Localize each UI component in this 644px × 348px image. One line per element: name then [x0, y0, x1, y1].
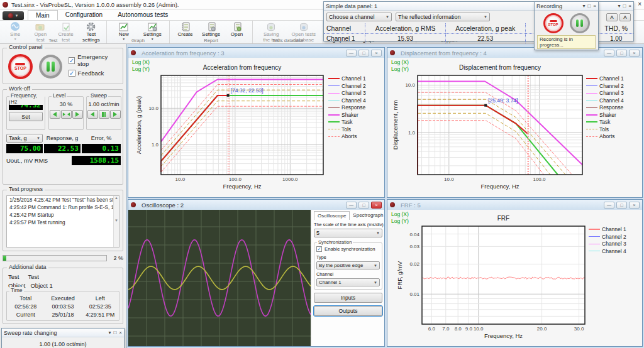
outputs-button[interactable]: Outputs [314, 306, 382, 316]
progress-fill [3, 256, 6, 261]
legend-line-sample [589, 236, 600, 237]
time-current-time: 4:29:51 PM [82, 312, 119, 318]
pin-icon[interactable]: ▾ [618, 3, 620, 9]
close-icon[interactable]: × [628, 3, 631, 9]
set-frequency-button[interactable]: Set [9, 112, 43, 121]
log-scale-badge: Log (X)Log (Y) [132, 59, 150, 72]
float-icon[interactable]: □ [113, 330, 116, 335]
chevron-down-icon: ▼ [386, 15, 389, 19]
recording-window-buttons: ▾□× [582, 3, 596, 9]
oscilloscope-display[interactable] [128, 210, 311, 346]
inputs-button[interactable]: Inputs [314, 293, 382, 303]
time-axis-select[interactable]: 5▼ [314, 229, 382, 237]
legend-item: Task [586, 119, 643, 125]
level-up-button[interactable] [72, 110, 83, 119]
pause-test-button[interactable] [39, 55, 62, 79]
float-icon[interactable]: □ [623, 3, 626, 9]
font-increase-button[interactable]: A [606, 13, 618, 21]
legend-item: Channel 3 [586, 90, 643, 96]
reflected-info-select[interactable]: The reflected information▼ [396, 13, 490, 21]
sync-type-select[interactable]: By the positive edge▼ [316, 261, 380, 269]
enable-sync-checkbox[interactable]: ✓ Enable synchronization [316, 246, 380, 252]
database-open-icon [298, 22, 309, 31]
close-icon[interactable]: × [371, 202, 382, 209]
recording-title-bar[interactable]: Recording ▾□× [535, 2, 598, 11]
close-icon[interactable]: × [371, 50, 382, 57]
test-progress-log[interactable]: 1/25/2018 4:25:42 PM Test "Test" has bee… [6, 195, 119, 247]
response-display: 22.53 [44, 144, 80, 153]
close-icon[interactable]: × [593, 3, 596, 9]
legend-item: Shaker [328, 112, 385, 118]
report-settings-button[interactable]: Settings [198, 21, 224, 38]
svg-text:20.0: 20.0 [537, 326, 547, 332]
legend-item: Tols [586, 126, 643, 133]
sweep-rate-value: 1.00 (1.00 oct/min) [2, 341, 124, 347]
notebook-open-icon [231, 22, 243, 31]
emergency-stop-checkbox[interactable]: ✓ Emergency stop [69, 53, 119, 67]
sweep-back-button[interactable] [87, 110, 98, 119]
minimize-icon[interactable]: — [604, 50, 614, 57]
maximize-icon[interactable]: □ [358, 202, 369, 209]
object-value: Object 1 [30, 282, 52, 289]
legend-line-sample [589, 229, 600, 230]
acceleration-window-title: Acceleration from frequency : 3 [142, 50, 224, 57]
feedback-checkbox[interactable]: ✓ Feedback [69, 70, 119, 77]
log-scrollbar[interactable]: ▲▼ [113, 196, 119, 247]
uout-label: Uout., mV RMS [6, 157, 48, 164]
maximize-icon[interactable]: □ [616, 50, 627, 57]
tab-autonomous-tests[interactable]: Autonomous tests [110, 10, 175, 20]
oscilloscope-settings-panel: Oscilloscope Spectrograph The scale of t… [312, 210, 384, 346]
sync-channel-select[interactable]: Channel 1▼ [316, 278, 380, 286]
close-icon[interactable]: × [629, 202, 640, 209]
legend-label: Response [599, 104, 623, 111]
app-menu-button[interactable]: ▼ [3, 11, 24, 20]
minimize-icon[interactable]: — [346, 202, 357, 209]
font-decrease-button[interactable]: A [619, 13, 631, 21]
task-units-select[interactable]: Task, g▼ [6, 134, 43, 143]
chart-new-icon [118, 22, 130, 31]
close-icon[interactable]: × [119, 330, 122, 335]
frf-window-title-bar[interactable]: FRF : 5 — □ × [387, 200, 642, 210]
tab-oscilloscope[interactable]: Oscilloscope [314, 211, 350, 220]
acceleration-window-title-bar[interactable]: Acceleration from frequency : 3 — □ × [128, 48, 384, 58]
pin-icon[interactable]: ▾ [582, 3, 585, 9]
database-save-icon [265, 22, 277, 31]
displacement-window-title-bar[interactable]: Displacement from frequency : 4 — □ × [387, 48, 642, 58]
pin-icon[interactable]: ▾ [108, 330, 111, 335]
legend-line-sample [586, 100, 597, 101]
close-icon[interactable]: × [629, 50, 640, 57]
maximize-icon[interactable]: □ [616, 202, 627, 209]
legend-item: Channel 2 [328, 83, 385, 89]
sweep-forward-button[interactable] [110, 110, 121, 119]
legend-line-sample [586, 107, 597, 108]
legend-label: Channel 4 [599, 97, 624, 104]
tab-configuration[interactable]: Configuration [58, 10, 110, 20]
tab-spectrograph[interactable]: Spectrograph [350, 211, 386, 220]
level-hold-button[interactable] [61, 110, 72, 119]
pause-recording-button[interactable] [570, 13, 590, 33]
close-button[interactable]: × [638, 1, 641, 8]
maximize-icon[interactable]: □ [358, 50, 369, 57]
oscilloscope-window-title-bar[interactable]: Oscilloscope : 2 — □ × [128, 200, 384, 210]
sweep-rate-title-bar: Sweep rate changing ▾□× [2, 329, 124, 337]
window-icon [131, 50, 136, 55]
channel-select[interactable]: Choose a channel▼ [326, 13, 392, 21]
log-line: 4:25:42 PM Startup [9, 212, 113, 218]
report-create-button[interactable]: Create [172, 21, 198, 38]
stop-test-button[interactable]: STOP [8, 54, 33, 79]
level-down-button[interactable] [50, 110, 60, 119]
sweep-rate-title: Sweep rate changing [4, 330, 57, 336]
legend-item: Tols [328, 126, 385, 133]
float-icon[interactable]: □ [587, 3, 591, 9]
time-current-label: Current [7, 312, 44, 318]
task-display: 75.00 [6, 144, 43, 153]
tab-main[interactable]: Main [28, 10, 58, 20]
svg-text:10.0: 10.0 [474, 326, 484, 332]
sweep-pause-button[interactable] [99, 110, 109, 119]
legend-line-sample [328, 129, 340, 129]
checkbox-check-icon: ✓ [69, 70, 75, 77]
report-open-button[interactable]: Open [224, 21, 250, 38]
minimize-icon[interactable]: — [604, 202, 614, 209]
stop-recording-button[interactable]: STOP [543, 13, 564, 33]
minimize-icon[interactable]: — [346, 50, 357, 57]
